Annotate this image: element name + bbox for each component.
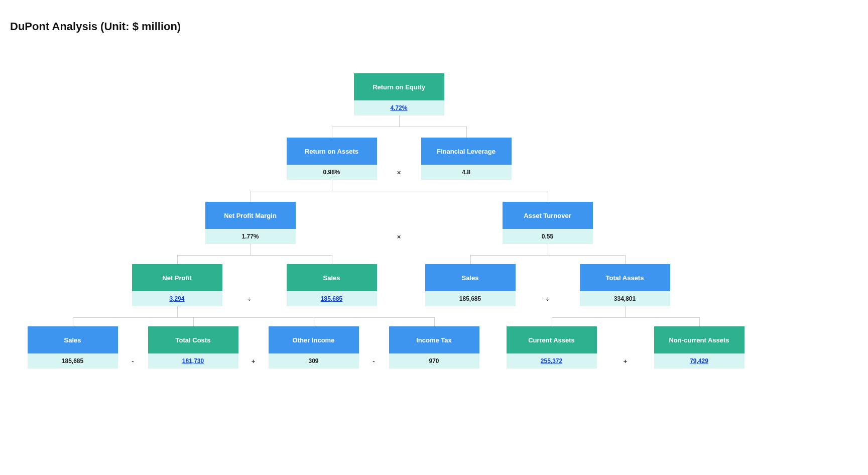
connector	[434, 317, 435, 326]
node-roa: Return on Assets 0.98%	[287, 138, 377, 180]
node-value: 0.55	[503, 229, 593, 244]
connector	[625, 255, 626, 264]
node-value-link[interactable]: 185,685	[287, 291, 377, 306]
node-other-income: Other Income 309	[269, 326, 359, 369]
connector	[251, 191, 251, 202]
node-net-profit: Net Profit 3,294	[132, 264, 222, 306]
node-value: 309	[269, 353, 359, 369]
connector	[470, 255, 471, 264]
node-value-link[interactable]: 3,294	[132, 291, 222, 306]
connector	[314, 317, 314, 326]
node-value: 0.98%	[287, 165, 377, 180]
connector	[552, 317, 699, 318]
connector	[73, 317, 73, 326]
operator-multiply: ×	[397, 169, 401, 176]
node-header: Sales	[28, 326, 118, 353]
node-sales-1: Sales 185,685	[287, 264, 377, 306]
node-sales-3: Sales 185,685	[28, 326, 118, 369]
connector	[548, 244, 548, 255]
node-header: Financial Leverage	[421, 138, 512, 165]
node-header: Current Assets	[507, 326, 597, 353]
connector	[332, 180, 332, 191]
node-header: Other Income	[269, 326, 359, 353]
node-sales-2: Sales 185,685	[425, 264, 516, 306]
node-header: Sales	[425, 264, 516, 291]
operator-divide: ÷	[247, 295, 251, 303]
operator-minus: -	[132, 358, 134, 365]
connector	[251, 244, 251, 255]
connector	[699, 317, 700, 326]
node-value-link[interactable]: 181,730	[148, 353, 238, 369]
operator-plus: +	[624, 358, 628, 365]
node-header: Non-current Assets	[654, 326, 745, 353]
node-total-costs: Total Costs 181,730	[148, 326, 238, 369]
node-header: Net Profit Margin	[205, 202, 296, 229]
connector	[332, 127, 466, 127]
dupont-diagram: Return on Equity 4.72% Return on Assets …	[13, 63, 856, 465]
connector	[73, 317, 434, 318]
connector	[470, 255, 625, 256]
node-asset-turnover: Asset Turnover 0.55	[503, 202, 593, 244]
connector	[332, 255, 332, 264]
node-value-link[interactable]: 4.72%	[354, 100, 444, 115]
connector	[548, 191, 548, 202]
operator-minus: -	[373, 358, 375, 365]
connector	[399, 115, 400, 127]
connector	[177, 255, 332, 256]
connector	[193, 317, 194, 326]
node-value: 334,801	[580, 291, 670, 306]
node-value: 185,685	[425, 291, 516, 306]
node-current-assets: Current Assets 255,372	[507, 326, 597, 369]
connector	[177, 306, 178, 317]
node-header: Return on Assets	[287, 138, 377, 165]
operator-divide: ÷	[546, 295, 549, 303]
node-income-tax: Income Tax 970	[389, 326, 479, 369]
node-header: Return on Equity	[354, 73, 444, 100]
connector	[552, 317, 552, 326]
node-header: Net Profit	[132, 264, 222, 291]
operator-multiply: ×	[397, 233, 401, 241]
node-value-link[interactable]: 79,429	[654, 353, 745, 369]
connector	[177, 255, 178, 264]
page-title: DuPont Analysis (Unit: $ million)	[10, 20, 858, 33]
node-header: Total Assets	[580, 264, 670, 291]
node-net-profit-margin: Net Profit Margin 1.77%	[205, 202, 296, 244]
operator-plus: +	[252, 358, 256, 365]
connector	[251, 191, 548, 191]
node-roe: Return on Equity 4.72%	[354, 73, 444, 115]
node-financial-leverage: Financial Leverage 4.8	[421, 138, 512, 180]
node-value: 970	[389, 353, 479, 369]
node-value: 4.8	[421, 165, 512, 180]
node-non-current-assets: Non-current Assets 79,429	[654, 326, 745, 369]
connector	[332, 127, 332, 138]
node-total-assets: Total Assets 334,801	[580, 264, 670, 306]
node-header: Total Costs	[148, 326, 238, 353]
node-header: Sales	[287, 264, 377, 291]
node-value: 185,685	[28, 353, 118, 369]
node-value-link[interactable]: 255,372	[507, 353, 597, 369]
connector	[466, 127, 467, 138]
connector	[625, 306, 626, 317]
node-header: Asset Turnover	[503, 202, 593, 229]
node-header: Income Tax	[389, 326, 479, 353]
node-value: 1.77%	[205, 229, 296, 244]
